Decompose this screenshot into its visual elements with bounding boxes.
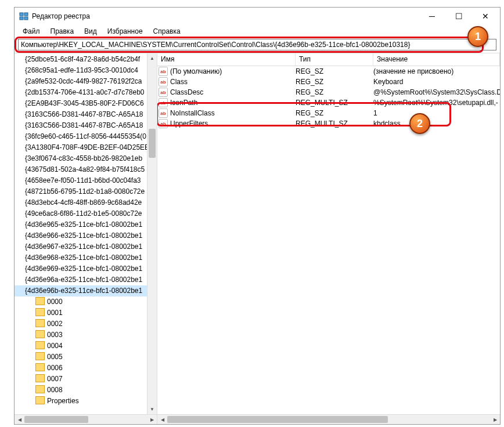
svg-rect-0 [20, 13, 23, 16]
address-input[interactable] [18, 39, 496, 50]
tree-subfolder[interactable]: 0001 [15, 307, 147, 319]
value-row[interactable]: abClassREG_SZKeyboard [157, 77, 500, 87]
callout-1: 1 [467, 26, 488, 47]
tree-item[interactable]: {3e3f0674-c83c-4558-bb26-9820e1eb [15, 153, 147, 164]
tree-hscrollbar[interactable]: ◀ ▶ [15, 414, 157, 424]
content-area: {25dbce51-6c8f-4a72-8a6d-b54c2b4f{268c95… [15, 53, 500, 424]
tree-subfolder[interactable]: Properties [15, 396, 147, 407]
titlebar: Редактор реестра ─ ☐ ✕ [15, 8, 500, 25]
values-hscrollbar[interactable]: ◀ ▶ [157, 414, 500, 424]
reg-string-icon: ab [159, 77, 168, 86]
window-title: Редактор реестра [32, 12, 419, 20]
value-data: 1 [373, 109, 500, 117]
menu-view[interactable]: Вид [80, 26, 102, 37]
values-body[interactable]: ab(По умолчанию)REG_SZ(значение не присв… [157, 66, 500, 414]
values-hscroll-thumb[interactable] [167, 416, 388, 423]
tree-subfolder[interactable]: 0005 [15, 352, 147, 363]
value-data: kbdclass [373, 120, 500, 128]
value-name: IconPath [170, 99, 197, 107]
close-button[interactable]: ✕ [472, 8, 499, 24]
value-row[interactable]: abNoInstallClassREG_SZ1 [157, 108, 500, 118]
tree-item[interactable]: {2EA9B43F-3045-43B5-80F2-FD06C6 [15, 98, 147, 109]
tree-subfolder[interactable]: 0006 [15, 363, 147, 374]
reg-string-icon: ab [159, 119, 168, 128]
col-head-name[interactable]: Имя [157, 53, 296, 66]
scroll-right-icon[interactable]: ▶ [147, 415, 157, 424]
col-head-type[interactable]: Тип [296, 53, 373, 66]
maximize-button[interactable]: ☐ [445, 8, 472, 24]
svg-rect-3 [24, 17, 28, 20]
tree-item[interactable]: {4d36e966-e325-11ce-bfc1-08002be1 [15, 230, 147, 241]
tree-item[interactable]: {4d36e965-e325-11ce-bfc1-08002be1 [15, 219, 147, 230]
value-type: REG_SZ [296, 88, 373, 96]
value-name: (По умолчанию) [170, 67, 222, 75]
value-data: %SystemRoot%\System32\setupapi.dll,- [373, 99, 500, 107]
scroll-left-icon[interactable]: ◀ [15, 415, 24, 424]
tree-list[interactable]: {25dbce51-6c8f-4a72-8a6d-b54c2b4f{268c95… [15, 53, 147, 414]
window-controls: ─ ☐ ✕ [419, 8, 499, 24]
tree-subfolder[interactable]: 0002 [15, 319, 147, 330]
value-name: UpperFilters [170, 120, 208, 128]
tree-item[interactable]: {3163C566-D381-4467-87BC-A65A18 [15, 120, 147, 131]
tree-item[interactable]: {268c95a1-edfe-11d3-95c3-0010dc4 [15, 65, 147, 76]
tree-panel: {25dbce51-6c8f-4a72-8a6d-b54c2b4f{268c95… [15, 53, 157, 424]
minimize-button[interactable]: ─ [419, 8, 445, 24]
scroll-up-icon[interactable]: ▲ [147, 53, 157, 63]
menu-help[interactable]: Справка [149, 26, 185, 37]
tree-item[interactable]: {2db15374-706e-4131-a0c7-d7c78eb0 [15, 87, 147, 98]
tree-vscroll-thumb[interactable] [149, 129, 156, 158]
value-row[interactable]: abUpperFiltersREG_MULTI_SZkbdclass [157, 118, 500, 129]
col-head-data[interactable]: Значение [373, 53, 500, 66]
tree-item[interactable]: {4d36e969-e325-11ce-bfc1-08002be1 [15, 263, 147, 274]
value-name: ClassDesc [170, 88, 203, 96]
menu-edit[interactable]: Правка [46, 26, 79, 37]
tree-subfolder[interactable]: 0004 [15, 341, 147, 352]
scroll-left-icon[interactable]: ◀ [157, 415, 167, 424]
value-type: REG_SZ [296, 67, 373, 75]
tree-item[interactable]: {4658ee7e-f050-11d1-b6bd-00c04fa3 [15, 175, 147, 186]
value-name: NoInstallClass [170, 109, 215, 117]
svg-rect-1 [24, 13, 28, 16]
menu-file[interactable]: Файл [18, 26, 45, 37]
menu-favorites[interactable]: Избранное [103, 26, 147, 37]
tree-vscrollbar[interactable]: ▲ ▼ [147, 53, 157, 414]
value-type: REG_SZ [296, 109, 373, 117]
regedit-icon [19, 12, 28, 21]
tree-item[interactable]: {2a9fe532-0cdc-44f9-9827-76192f2ca [15, 76, 147, 87]
reg-string-icon: ab [159, 108, 168, 118]
tree-hscroll-thumb[interactable] [24, 416, 88, 423]
scroll-down-icon[interactable]: ▼ [147, 404, 157, 414]
tree-item[interactable]: {48721b56-6795-11d2-b1a8-0080c72e [15, 186, 147, 197]
reg-string-icon: ab [159, 67, 168, 76]
tree-subfolder[interactable]: 0008 [15, 385, 147, 396]
tree-subfolder[interactable]: 0003 [15, 330, 147, 341]
tree-item[interactable]: {4d36e967-e325-11ce-bfc1-08002be1 [15, 241, 147, 252]
value-type: REG_MULTI_SZ [296, 120, 373, 128]
scroll-right-icon[interactable]: ▶ [490, 415, 500, 424]
value-row[interactable]: abClassDescREG_SZ@%SystemRoot%\System32\… [157, 87, 500, 97]
value-data: (значение не присвоено) [373, 67, 500, 75]
tree-item[interactable]: {25dbce51-6c8f-4a72-8a6d-b54c2b4f [15, 54, 147, 65]
tree-subfolder[interactable]: 0000 [15, 296, 147, 307]
tree-item[interactable]: {4d36e96a-e325-11ce-bfc1-08002be1 [15, 274, 147, 285]
value-row[interactable]: abIconPathREG_MULTI_SZ%SystemRoot%\Syste… [157, 97, 500, 108]
tree-item[interactable]: {3163C566-D381-4467-87BC-A65A18 [15, 109, 147, 120]
value-type: REG_MULTI_SZ [296, 99, 373, 107]
tree-item[interactable]: {4d36e968-e325-11ce-bfc1-08002be1 [15, 252, 147, 263]
value-type: REG_SZ [296, 78, 373, 86]
reg-string-icon: ab [159, 98, 168, 107]
tree-item[interactable]: {48d3ebc4-4cf8-48ff-b869-9c68ad42e [15, 197, 147, 208]
registry-editor-window: Редактор реестра ─ ☐ ✕ Файл Правка Вид И… [14, 7, 501, 425]
value-row[interactable]: ab(По умолчанию)REG_SZ(значение не присв… [157, 66, 500, 77]
callout-2: 2 [409, 113, 430, 134]
tree-item[interactable]: {3A1380F4-708F-49DE-B2EF-04D25EB [15, 142, 147, 153]
value-data: @%SystemRoot%\System32\SysClass.Dl [373, 88, 500, 96]
value-data: Keyboard [373, 78, 500, 86]
tree-item[interactable]: {4d36e96b-e325-11ce-bfc1-08002be1 [15, 285, 147, 296]
tree-subfolder[interactable]: 0007 [15, 374, 147, 385]
addressbar-container [15, 38, 500, 53]
tree-item[interactable]: {36fc9e60-c465-11cf-8056-44455354(0 [15, 131, 147, 142]
tree-item[interactable]: {43675d81-502a-4a82-9f84-b75f418c5 [15, 164, 147, 175]
menubar: Файл Правка Вид Избранное Справка [15, 25, 500, 38]
tree-item[interactable]: {49ce6ac8-6f86-11d2-b1e5-0080c72e [15, 208, 147, 219]
